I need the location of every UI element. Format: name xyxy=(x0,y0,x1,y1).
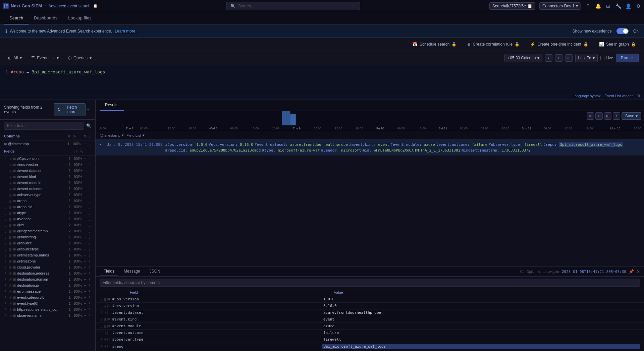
help-icon[interactable]: ? xyxy=(585,3,591,9)
field-more-icon[interactable]: ⋮ xyxy=(88,199,91,203)
timerange-selector[interactable]: Last 7d ▾ xyxy=(575,54,598,62)
row-dots-icon[interactable]: ⋮ xyxy=(100,338,103,341)
timezone-selector[interactable]: +05:30 Calcutta ▾ xyxy=(504,54,542,62)
field-more-icon[interactable]: ⋮ xyxy=(88,296,91,299)
field-more-icon[interactable]: ⋮ xyxy=(88,229,91,233)
field-action-icon[interactable]: ⋮ xyxy=(4,181,7,185)
workspace-selector[interactable]: Search@27572f6e 📋 xyxy=(489,2,535,10)
field-add-icon[interactable]: + xyxy=(84,301,86,305)
field-more-icon[interactable]: ⋮ xyxy=(88,290,91,293)
app-logo[interactable]: Next-Gen SIEM xyxy=(3,3,42,9)
nav-tab-search[interactable]: Search xyxy=(4,12,29,24)
row-dots-icon[interactable]: ⋮ xyxy=(100,304,103,308)
field-add-icon[interactable]: + xyxy=(84,307,86,311)
field-action-icon[interactable]: ⋮ xyxy=(4,266,7,269)
event-list-button[interactable]: ☰ Event List ▾ xyxy=(29,54,61,62)
field-eye-icon[interactable]: ◎ xyxy=(9,302,12,305)
timestamp-header[interactable]: @timestamp ▾ xyxy=(100,133,124,137)
row-bracket-icon[interactable]: [= xyxy=(107,338,110,341)
row-bracket-icon[interactable]: [= xyxy=(107,311,110,314)
field-more-icon[interactable]: ⋮ xyxy=(88,163,91,167)
search-bar[interactable]: 🔍 Search xyxy=(226,2,360,10)
row-dots-icon[interactable]: ⋮ xyxy=(100,311,103,314)
field-eye-icon[interactable]: ◎ xyxy=(9,187,12,191)
fieldlist-header[interactable]: Field List ▾ xyxy=(126,133,145,137)
settings-icon[interactable]: ⚙ xyxy=(635,3,641,9)
global-search[interactable]: 🔍 Search xyxy=(100,2,487,10)
field-more-icon[interactable]: ⋮ xyxy=(88,175,91,179)
field-more-icon[interactable]: ⋮ xyxy=(88,157,91,161)
field-eye-icon[interactable]: ◎ xyxy=(9,175,12,179)
field-action-icon[interactable]: ⋮ xyxy=(4,314,7,317)
apps-icon[interactable]: ⊞ xyxy=(605,3,611,9)
field-add-icon[interactable]: + xyxy=(84,277,86,281)
field-eye-icon[interactable]: ◎ xyxy=(9,217,12,221)
row-dots-icon[interactable]: ⋮ xyxy=(100,345,103,348)
field-eye-icon[interactable]: ◎ xyxy=(9,278,12,281)
row-eye-icon[interactable]: ◎ xyxy=(104,345,107,348)
connectors-selector[interactable]: Connectors Dev 1 ▾ xyxy=(539,2,581,10)
field-more-icon[interactable]: ⋮ xyxy=(88,272,91,275)
field-filter-input[interactable] xyxy=(4,122,84,130)
all-filter-button[interactable]: ⊞ All ▾ xyxy=(5,54,24,62)
expand-icon[interactable]: ▸ xyxy=(100,142,104,146)
nav-tab-lookup[interactable]: Lookup files xyxy=(63,12,97,24)
json-tab[interactable]: JSON xyxy=(146,267,164,276)
field-plus-icon[interactable]: ⊞ xyxy=(13,296,16,299)
row-bracket-icon[interactable]: [= xyxy=(107,297,110,301)
field-more-icon[interactable]: ⋮ xyxy=(88,266,91,269)
field-more-icon[interactable]: ⋮ xyxy=(88,217,91,221)
field-add-icon[interactable]: + xyxy=(84,295,86,299)
field-add-icon[interactable]: + xyxy=(84,169,86,173)
row-bracket-icon[interactable]: [= xyxy=(107,317,110,321)
field-plus-icon[interactable]: ⊞ xyxy=(13,169,16,173)
field-action-icon[interactable]: ⋮ xyxy=(4,163,7,167)
field-action-icon[interactable]: ⋮ xyxy=(4,296,7,299)
field-more-icon[interactable]: ⋮ xyxy=(88,278,91,281)
field-plus-icon[interactable]: ⊞ xyxy=(13,211,16,215)
field-eye-icon[interactable]: ◎ xyxy=(9,199,12,203)
field-plus-icon[interactable]: ⊞ xyxy=(13,235,16,239)
field-eye-icon[interactable]: ◎ xyxy=(9,308,12,311)
field-more-icon[interactable]: ⋮ xyxy=(88,205,91,209)
field-plus-icon[interactable]: ⊞ xyxy=(13,187,16,191)
field-eye-icon[interactable]: ◎ xyxy=(9,157,12,161)
create-incident-button[interactable]: ⚡ Create one-time incident 🔒 xyxy=(528,41,591,48)
field-action-icon[interactable]: ⋮ xyxy=(4,223,7,227)
field-eye-icon[interactable]: ◎ xyxy=(9,266,12,269)
field-action-icon[interactable]: ⋮ xyxy=(4,308,7,311)
field-more-icon[interactable]: ⋮ xyxy=(88,181,91,185)
row-eye-icon[interactable]: ◎ xyxy=(104,297,107,301)
schedule-search-button[interactable]: 📅 Schedule search 🔒 xyxy=(410,41,459,48)
field-plus-icon[interactable]: ⊞ xyxy=(13,157,16,161)
notifications-icon[interactable]: 🔔 xyxy=(595,3,601,9)
field-more-icon[interactable]: ⋮ xyxy=(88,169,91,173)
field-more-icon[interactable]: ⋮ xyxy=(88,211,91,215)
field-add-icon[interactable]: + xyxy=(84,229,86,233)
next-button[interactable]: › xyxy=(555,54,562,62)
field-add-icon[interactable]: + xyxy=(84,289,86,293)
field-add-icon[interactable]: + xyxy=(84,313,86,317)
row-eye-icon[interactable]: ◎ xyxy=(104,317,107,321)
create-correlation-button[interactable]: ⊕ Create correlation rule 🔒 xyxy=(465,41,522,48)
language-syntax-link[interactable]: Language syntax xyxy=(573,94,601,98)
field-eye-icon[interactable]: ◎ xyxy=(9,205,12,209)
field-action-icon[interactable]: ⋮ xyxy=(4,187,7,191)
prev-button[interactable]: ‹ xyxy=(545,54,552,62)
field-add-icon[interactable]: + xyxy=(84,193,86,197)
field-more-icon[interactable]: ⋮ xyxy=(88,308,91,311)
field-more-icon[interactable]: ⋮ xyxy=(88,235,91,239)
field-action-icon[interactable]: ⋮ xyxy=(4,278,7,281)
field-plus-icon[interactable]: ⊞ xyxy=(13,314,16,317)
field-eye-icon[interactable]: ◎ xyxy=(9,284,12,287)
detail-filter-input[interactable] xyxy=(100,279,640,287)
row-dots-icon[interactable]: ⋮ xyxy=(100,324,103,328)
field-plus-icon[interactable]: ⊞ xyxy=(13,290,16,293)
event-row-header[interactable]: ▸ Jan. 8, 2025 15:41:21.085 #Cps.version… xyxy=(96,140,644,155)
field-plus-icon[interactable]: ⊞ xyxy=(13,284,16,287)
field-eye-icon[interactable]: ◎ xyxy=(9,193,12,197)
row-bracket-icon[interactable]: [= xyxy=(107,331,110,335)
field-action-icon[interactable]: ⋮ xyxy=(4,199,7,203)
field-eye-icon[interactable]: ◎ xyxy=(9,259,12,263)
field-add-icon[interactable]: + xyxy=(84,181,86,185)
